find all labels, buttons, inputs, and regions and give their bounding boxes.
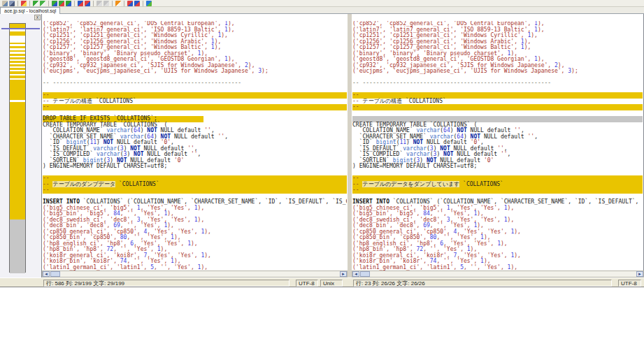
code-line [43, 170, 347, 176]
code-line [352, 87, 643, 93]
copy-left-disabled-icon[interactable] [103, 1, 109, 6]
code-line: -- [352, 187, 643, 194]
diff-map-segment [10, 80, 25, 100]
options-icon[interactable] [21, 1, 27, 6]
code-line [352, 110, 643, 117]
copy-left-icon[interactable] [85, 1, 90, 6]
winmerge-window: ace.jp.sql - localhost.sql x C:\Usersp.s… [0, 0, 644, 346]
scroll-right-icon[interactable]: ► [340, 271, 347, 277]
toolbar [0, 0, 644, 7]
code-line: -- [352, 104, 643, 110]
toolbar-separator [29, 1, 30, 6]
left-encoding-badge: UTF-8 [296, 280, 318, 287]
first-diff-icon[interactable] [52, 1, 57, 6]
diff-map-segment [10, 219, 25, 273]
right-code-area[interactable]: ('cp852', 'cp852_general_ci', 'DOS Centr… [352, 21, 643, 271]
toolbar-separator [124, 1, 124, 6]
diff-map-segment [10, 36, 25, 43]
left-editor-pane: ('cp852', 'cp852_general_ci', 'DOS Centr… [41, 14, 348, 277]
code-line: ('latin1_german1_ci', 'latin1', 5, '', '… [352, 265, 643, 271]
scroll-left-icon[interactable]: ◄ [43, 271, 50, 277]
code-line: -- テーブルのデータをダンプしています `COLLATIONS` [352, 182, 643, 188]
auto-merge-icon[interactable] [115, 1, 121, 6]
diff-location-map[interactable] [9, 23, 26, 273]
close-icon[interactable]: x [34, 15, 41, 20]
right-editor-pane: ('cp852', 'cp852_general_ci', 'DOS Centr… [351, 14, 644, 277]
code-line: -- テーブルの構造 `COLLATIONS` [352, 99, 643, 105]
code-line: -- -------------------------------------… [352, 80, 643, 87]
left-cursor-position: 行: 586 列: 29/199 文字: 29/199 [43, 280, 289, 287]
toolbar-separator [112, 1, 113, 6]
all-right-icon[interactable] [127, 1, 133, 6]
scrollbar-thumb[interactable] [360, 271, 370, 277]
code-line: -- [43, 104, 347, 110]
scroll-right-icon[interactable]: ► [636, 271, 643, 277]
toolbar-separator [17, 1, 18, 6]
code-line: ('eucjpms', 'eucjpms_japanese_ci', 'UJIS… [43, 69, 347, 75]
visible-area-indicator [1, 28, 40, 29]
toolbar-separator [143, 1, 143, 6]
right-cursor-position: 行: 23 列: 26/26 文字: 26/26 [353, 280, 612, 287]
status-bar: 行: 586 列: 29/199 文字: 29/199 UTF-8 Unix 行… [0, 277, 644, 287]
scroll-left-icon[interactable]: ◄ [352, 271, 359, 277]
right-encoding-badge: UTF-8 [618, 280, 641, 287]
file-open-icon[interactable] [2, 1, 8, 6]
code-line: ('eucjpms', 'eucjpms_japanese_ci', 'UJIS… [352, 69, 643, 75]
left-eol-badge: Unix [320, 280, 343, 287]
code-line [43, 87, 347, 93]
code-line: -- テーブルの構造 `COLLATIONS` [43, 99, 347, 105]
next-diff-icon[interactable] [40, 1, 45, 6]
refresh-icon[interactable] [146, 1, 152, 6]
tab-bar: ace.jp.sql - localhost.sql [0, 7, 644, 14]
left-horizontal-scrollbar[interactable]: ◄ ► [42, 271, 348, 277]
toolbar-separator [48, 1, 49, 6]
code-line: -- テーブルのダンプデータ `COLLATIONS` [43, 182, 347, 188]
toolbar-separator [93, 1, 94, 6]
right-horizontal-scrollbar[interactable]: ◄ ► [352, 271, 644, 277]
last-diff-icon[interactable] [66, 1, 71, 6]
all-left-icon[interactable] [134, 1, 140, 6]
pane-splitter[interactable] [348, 14, 352, 287]
current-diff-icon[interactable] [59, 1, 64, 6]
left-code-area[interactable]: ('cp852', 'cp852_general_ci', 'DOS Centr… [43, 21, 347, 271]
code-line: ('latin1_german1_ci', 'latin1', 5, '', '… [43, 265, 347, 271]
code-line: ) ENGINE=MEMORY DEFAULT CHARSET=utf8; [352, 164, 643, 170]
prev-diff-icon[interactable] [33, 1, 38, 6]
diff-map-segment [10, 102, 25, 219]
tab-compare-document[interactable]: ace.jp.sql - localhost.sql [0, 7, 60, 14]
code-line: -- -------------------------------------… [43, 80, 347, 87]
copy-right-disabled-icon[interactable] [96, 1, 102, 6]
location-pane[interactable] [0, 14, 41, 277]
code-line: ) ENGINE=MEMORY DEFAULT CHARSET=utf8; [43, 164, 347, 170]
file-save-icon[interactable] [9, 1, 15, 6]
code-line [352, 170, 643, 176]
code-line: -- [43, 187, 347, 194]
scrollbar-thumb[interactable] [50, 271, 60, 277]
toolbar-separator [74, 1, 75, 6]
copy-right-icon[interactable] [78, 1, 83, 6]
